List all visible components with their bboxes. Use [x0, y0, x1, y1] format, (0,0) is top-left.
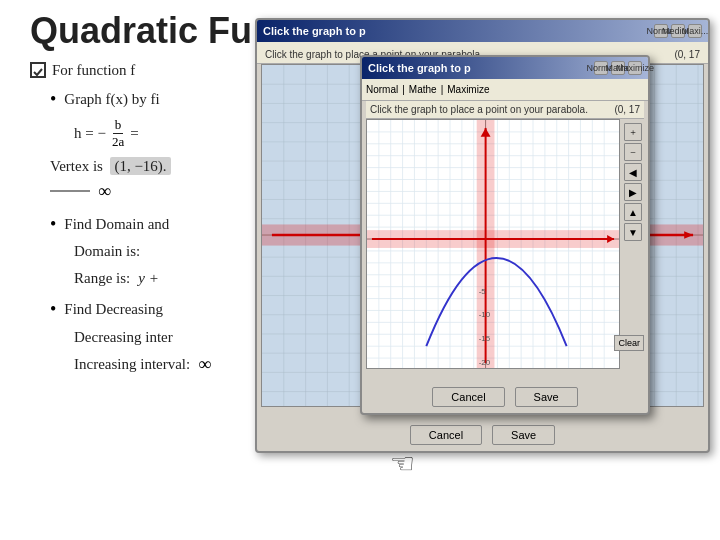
- svg-text:-15: -15: [479, 334, 491, 343]
- bullet-dot-2: •: [50, 214, 56, 236]
- coord-front: (0, 17: [614, 104, 640, 115]
- tool-btn-2[interactable]: ◀: [624, 163, 642, 181]
- svg-text:-20: -20: [479, 358, 491, 367]
- toolbar-front-normal: Normal: [366, 84, 398, 95]
- fraction: b 2a: [110, 117, 126, 150]
- denominator: 2a: [110, 134, 126, 150]
- dialog-back-btn-maxi[interactable]: Maxi...: [688, 24, 702, 38]
- domain-text: Domain is:: [74, 243, 140, 259]
- graph-area-front[interactable]: -5 -10 -15 -20: [366, 119, 620, 369]
- vertex-label: Vertex is: [50, 158, 103, 174]
- tool-btn-0[interactable]: +: [624, 123, 642, 141]
- infinity-symbol-2: ∞: [198, 354, 211, 375]
- tool-btn-3[interactable]: ▶: [624, 183, 642, 201]
- infinity-symbol: ∞: [98, 181, 111, 202]
- dialog-front-save[interactable]: Save: [515, 387, 578, 407]
- dialog-front: Click the graph to p Normal Mathe Maximi…: [360, 55, 650, 415]
- dialog-back-titlebar: Click the graph to p Normal Medium Maxi.…: [257, 20, 708, 42]
- graph-label: Graph f(x) by fi: [64, 89, 159, 110]
- tool-btn-5[interactable]: ▼: [624, 223, 642, 241]
- side-tools: + − ◀ ▶ ▲ ▼: [622, 119, 644, 369]
- domain-label: Find Domain and: [64, 214, 169, 235]
- vertex-value: (1, −16).: [110, 157, 170, 175]
- dialog-front-title: Click the graph to p: [368, 62, 471, 74]
- tool-btn-1[interactable]: −: [624, 143, 642, 161]
- svg-text:-5: -5: [479, 287, 487, 296]
- dialog-back-cancel[interactable]: Cancel: [410, 425, 482, 445]
- toolbar-front-mathe: Mathe: [409, 84, 437, 95]
- range-value: y +: [138, 270, 159, 286]
- bullet-dot-3: •: [50, 299, 56, 321]
- dialog-back-bottom: Cancel Save: [257, 425, 708, 445]
- checkbox-icon: [30, 62, 46, 78]
- range-label: Range is:: [74, 270, 130, 286]
- toolbar-front-maximize: Maximize: [447, 84, 489, 95]
- toolbar-front-sep: |: [402, 84, 405, 95]
- bullet-dot: •: [50, 89, 56, 111]
- find-decreasing: Find Decreasing: [64, 299, 163, 320]
- dash-line: [50, 190, 90, 192]
- dialog-front-btn3[interactable]: Maximize: [628, 61, 642, 75]
- dialog-front-instruction: Click the graph to place a point on your…: [366, 101, 644, 119]
- title-bar-buttons-front: Normal Mathe Maximize: [594, 61, 642, 75]
- clear-button[interactable]: Clear: [614, 335, 644, 351]
- dialog-back-save[interactable]: Save: [492, 425, 555, 445]
- coord-label-back: (0, 17: [674, 49, 700, 60]
- numerator: b: [113, 117, 124, 134]
- dialog-front-titlebar: Click the graph to p Normal Mathe Maximi…: [362, 57, 648, 79]
- svg-text:-10: -10: [479, 310, 491, 319]
- increasing-label: Increasing interval:: [74, 354, 190, 375]
- toolbar-front-sep2: |: [441, 84, 444, 95]
- equals: =: [130, 123, 138, 144]
- function-label: For function f: [52, 60, 135, 81]
- dialog-back-title: Click the graph to p: [263, 25, 366, 37]
- decreasing-interval: Decreasing inter: [74, 329, 173, 345]
- title-bar-buttons-back: Normal Medium Maxi...: [654, 24, 702, 38]
- dialog-front-bottom: Cancel Save: [362, 387, 648, 407]
- slide-title: Quadratic Fu: [30, 10, 252, 52]
- graph-svg-front: -5 -10 -15 -20: [367, 120, 619, 368]
- dialog-front-cancel[interactable]: Cancel: [432, 387, 504, 407]
- dialog-front-toolbar: Normal | Mathe | Maximize: [362, 79, 648, 101]
- tool-btn-4[interactable]: ▲: [624, 203, 642, 221]
- h-formula: h = −: [74, 123, 106, 144]
